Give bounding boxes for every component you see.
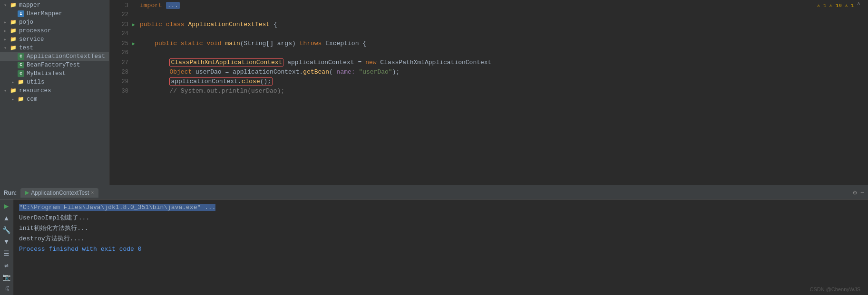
code-content-27: ClassPathXmlApplicationContext applicati…: [140, 59, 864, 66]
folder-icon-test: 📁: [10, 45, 17, 51]
code-line-27: 27 ClassPathXmlApplicationContext applic…: [109, 59, 868, 68]
warning-badge-1: ⚠ 1: [817, 2, 827, 9]
sidebar-item-resources[interactable]: ▾ 📁 resources: [0, 86, 109, 95]
run-play-icon[interactable]: ▶: [2, 201, 11, 211]
code-line-3: 3 import ...: [109, 2, 868, 11]
line-num-27: 27: [113, 59, 128, 66]
label-service: service: [19, 36, 44, 43]
run-tab-act[interactable]: ▶ ApplicationContextTest ×: [20, 188, 98, 198]
label-com: com: [27, 96, 38, 103]
label-act: ApplicationContextTest: [27, 53, 105, 60]
code-line-22: 22: [109, 11, 868, 21]
tree-arrow-pojo: ▸: [4, 19, 10, 25]
sidebar-item-beanfactorytest[interactable]: C BeanFactoryTest: [0, 61, 109, 69]
run-body: ▶ ▲ 🔧 ▼ ☰ ⇌ 📷 🖨 🗑 "C:\Program Files\Java…: [0, 200, 868, 295]
sidebar-item-mybatistest[interactable]: C MyBatisTest: [0, 69, 109, 78]
label-pojo: pojo: [19, 19, 33, 26]
run-tab-close[interactable]: ×: [91, 190, 94, 195]
run-tab-label: ApplicationContextTest: [31, 190, 89, 196]
editor-warning-bar: ⚠ 1 ⚠ 19 ⚠ 1 ^: [817, 2, 860, 9]
label-utils: utils: [27, 79, 45, 86]
run-list-icon[interactable]: ☰: [2, 249, 11, 257]
code-line-25: 25 ▶ public static void main(String[] ar…: [109, 40, 868, 49]
tree-arrow-mapper: ▾: [4, 2, 10, 8]
class-icon-bft: C: [17, 62, 25, 68]
label-mapper: mapper: [19, 2, 40, 9]
folder-icon-pojo: 📁: [10, 19, 17, 26]
folder-icon-utils: 📁: [17, 79, 25, 86]
run-print-icon[interactable]: 🖨: [2, 285, 11, 293]
run-tab-bar: Run: ▶ ApplicationContextTest × ⚙ —: [0, 186, 868, 200]
line-num-25: 25: [113, 40, 128, 47]
label-mbt: MyBatisTest: [27, 70, 66, 77]
line-num-30: 30: [113, 88, 128, 95]
tree-arrow-service: ▸: [4, 37, 10, 42]
code-content-28: Object userDao = applicationContext.getB…: [140, 68, 864, 76]
code-lines: 3 import ... 22 23 ▶ public class Applic…: [109, 0, 868, 97]
sidebar-item-utils[interactable]: ▸ 📁 utils: [0, 78, 109, 86]
run-arrow-23: ▶: [132, 22, 138, 28]
run-wrench-icon[interactable]: 🔧: [2, 226, 11, 234]
console-line-exit: Process finished with exit code 0: [19, 244, 862, 255]
run-label: Run:: [4, 190, 17, 196]
folder-icon-resources: 📁: [10, 87, 17, 94]
class-icon-mbt: C: [17, 70, 25, 77]
code-content-30: // System.out.println(userDao);: [140, 87, 864, 95]
sidebar-item-pojo[interactable]: ▸ 📁 pojo: [0, 18, 109, 27]
sidebar-item-usermapper[interactable]: I UserMapper: [0, 10, 109, 18]
run-camera-icon[interactable]: 📷: [2, 273, 11, 281]
tree-arrow-utils: ▸: [11, 79, 17, 85]
sidebar-item-mapper[interactable]: ▾ 📁 mapper: [0, 1, 109, 10]
run-side-icons: ▶ ▲ 🔧 ▼ ☰ ⇌ 📷 🖨 🗑: [0, 200, 13, 295]
code-line-23: 23 ▶ public class ApplicationContextTest…: [109, 21, 868, 30]
main-area: ▾ 📁 mapper I UserMapper ▸ 📁 pojo ▸ 📁 pro…: [0, 0, 868, 186]
class-icon-act: C: [17, 53, 25, 60]
code-line-30: 30 // System.out.println(userDao);: [109, 87, 868, 97]
code-line-28: 28 Object userDao = applicationContext.g…: [109, 68, 868, 78]
code-line-26: 26: [109, 49, 868, 59]
code-editor: ⚠ 1 ⚠ 19 ⚠ 1 ^ 3 import ... 22 23 ▶ p: [109, 0, 868, 185]
expand-icon[interactable]: —: [861, 190, 864, 196]
run-tab-file-icon: ▶: [25, 190, 29, 196]
run-panel: Run: ▶ ApplicationContextTest × ⚙ — ▶ ▲ …: [0, 186, 868, 295]
code-content-29: applicationContext.close();: [140, 78, 864, 85]
line-num-23: 23: [113, 21, 128, 28]
console-cmd-text: "C:\Program Files\Java\jdk1.8.0_351\bin\…: [19, 204, 215, 211]
folder-icon-service: 📁: [10, 36, 17, 43]
interface-icon-usermapper: I: [17, 10, 25, 17]
label-usermapper: UserMapper: [27, 10, 62, 17]
folder-icon-mapper: 📁: [10, 2, 17, 9]
sidebar-item-service[interactable]: ▸ 📁 service: [0, 35, 109, 44]
caret-icon[interactable]: ^: [857, 2, 860, 9]
sidebar: ▾ 📁 mapper I UserMapper ▸ 📁 pojo ▸ 📁 pro…: [0, 0, 109, 185]
tree-arrow-resources: ▾: [4, 88, 10, 94]
sidebar-item-processor[interactable]: ▸ 📁 processor: [0, 27, 109, 35]
run-num-icon[interactable]: ⇌: [2, 261, 11, 269]
tree-arrow-test: ▾: [4, 45, 10, 51]
warning-badge-1b: ⚠ 1: [845, 2, 854, 9]
sidebar-item-test[interactable]: ▾ 📁 test: [0, 44, 109, 52]
label-processor: processor: [19, 28, 51, 34]
warning-badge-19: ⚠ 19: [829, 2, 842, 9]
tree-arrow-processor: ▸: [4, 28, 10, 34]
console-line-3: destroy方法执行....: [19, 234, 862, 244]
line-num-28: 28: [113, 69, 128, 76]
console-line-1: UserDaoImpl创建了...: [19, 213, 862, 223]
label-test: test: [19, 45, 33, 51]
sidebar-item-com[interactable]: ▸ 📁 com: [0, 95, 109, 104]
run-scroll-up-icon[interactable]: ▲: [2, 215, 11, 222]
label-bft: BeanFactoryTest: [27, 62, 80, 68]
run-scroll-down-icon[interactable]: ▼: [2, 238, 11, 246]
gear-icon[interactable]: ⚙: [853, 189, 857, 197]
run-arrow-25: ▶: [132, 41, 138, 47]
line-num-22: 22: [113, 11, 128, 18]
console-line-cmd: "C:\Program Files\Java\jdk1.8.0_351\bin\…: [19, 202, 862, 213]
watermark: CSDN @ChennyWJS: [809, 286, 860, 292]
line-num-3: 3: [113, 2, 128, 9]
code-line-24: 24: [109, 30, 868, 40]
line-num-26: 26: [113, 49, 128, 56]
line-num-24: 24: [113, 30, 128, 37]
label-resources: resources: [19, 87, 51, 94]
code-content-23: public class ApplicationContextTest {: [140, 21, 864, 28]
sidebar-item-applicationcontexttest[interactable]: C ApplicationContextTest: [0, 52, 109, 61]
